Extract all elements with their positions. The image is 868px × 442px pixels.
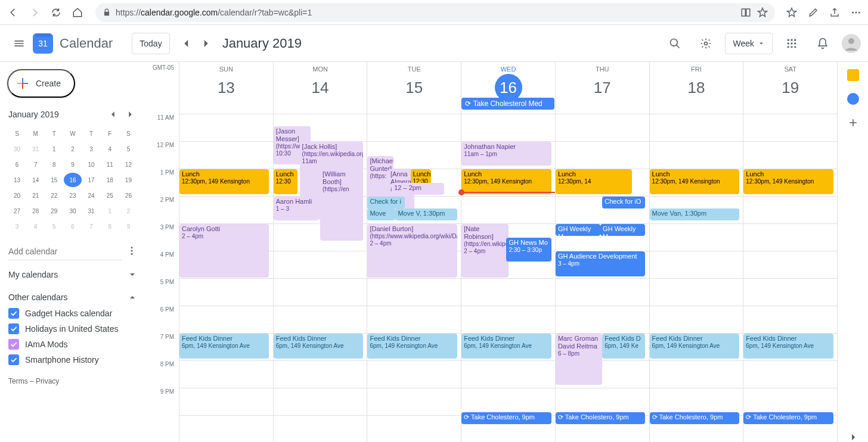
mini-cal-day[interactable]: 16 [64, 173, 81, 187]
add-calendar-more-button[interactable] [126, 245, 137, 259]
mini-cal-day[interactable]: 5 [120, 142, 137, 156]
calendar-item[interactable]: Gadget Hacks calendar [8, 306, 137, 321]
account-avatar[interactable] [842, 34, 861, 53]
calendar-event[interactable]: Check for i [367, 197, 405, 208]
mini-cal-day[interactable]: 11 [101, 157, 119, 172]
mini-cal-day[interactable]: 12 [120, 157, 137, 172]
mini-cal-day[interactable]: 23 [64, 188, 81, 203]
calendar-event[interactable]: Marc Groman David Reitma6 – 8pm [556, 334, 602, 385]
mini-cal-day[interactable]: 7 [83, 219, 100, 234]
calendar-event[interactable]: ⟳ Take Cholestero, 9pm [461, 412, 551, 424]
mini-cal-day[interactable]: 9 [64, 157, 81, 172]
calendar-event[interactable]: Feed Kids Dinner6pm, 149 Kensington Ave [461, 334, 551, 359]
calendar-event[interactable]: ⟳ Take Cholestero, 9pm [743, 412, 833, 424]
mini-cal-day[interactable]: 30 [64, 204, 81, 218]
mini-cal-day[interactable]: 3 [83, 142, 100, 156]
calendar-checkbox[interactable] [8, 308, 19, 319]
mini-cal-day[interactable]: 9 [120, 219, 137, 234]
mini-cal-day[interactable]: 4 [101, 142, 119, 156]
create-button[interactable]: Create [7, 69, 75, 98]
calendar-logo[interactable]: 31 [31, 32, 55, 55]
calendar-event[interactable]: Lunch12:30pm, 149 Kensington [650, 169, 739, 194]
calendar-event[interactable]: 12 – 2pm [392, 183, 444, 195]
mini-cal-day[interactable]: 14 [27, 173, 44, 187]
mini-prev-button[interactable] [106, 107, 120, 122]
apps-button[interactable] [780, 32, 804, 55]
mini-cal-day[interactable]: 1 [101, 204, 119, 218]
mini-cal-day[interactable]: 15 [45, 173, 63, 187]
edit-icon[interactable] [806, 5, 820, 20]
tasks-icon[interactable] [847, 93, 859, 105]
calendar-event[interactable]: Feed Kids Dinner6pm, 149 Kensington Ave [274, 334, 363, 359]
keep-icon[interactable] [847, 69, 859, 81]
calendar-event[interactable]: ⟳ Take Cholestero, 9pm [556, 412, 645, 424]
calendar-event[interactable]: Lunch12:30pm, 149 Kensington [461, 169, 551, 194]
address-bar[interactable]: https://calendar.google.com/calendar/r?t… [95, 3, 775, 22]
reload-button[interactable] [48, 4, 64, 21]
mini-cal-day[interactable]: 5 [45, 219, 63, 234]
view-selector[interactable]: Week [725, 33, 773, 54]
calendar-event[interactable]: Check for iO [602, 197, 645, 208]
mini-cal-day[interactable]: 1 [45, 142, 63, 156]
other-calendars-toggle[interactable]: Other calendars [8, 292, 137, 302]
mini-cal-day[interactable]: 17 [83, 173, 100, 187]
calendar-event[interactable]: Move [367, 208, 395, 220]
mini-cal-day[interactable]: 31 [83, 204, 100, 218]
calendar-event[interactable]: Carolyn Gotti2 – 4pm [179, 224, 269, 278]
mini-cal-day[interactable]: 29 [45, 204, 63, 218]
mini-cal-day[interactable]: 2 [120, 204, 137, 218]
calendar-item[interactable]: Holidays in United States [8, 321, 137, 337]
mini-cal-day[interactable]: 4 [27, 219, 44, 234]
mini-cal-day[interactable]: 6 [8, 157, 26, 172]
mini-cal-day[interactable]: 25 [101, 188, 119, 203]
mini-cal-day[interactable]: 28 [27, 204, 44, 218]
calendar-item[interactable]: IAmA Mods [8, 337, 137, 352]
star-icon[interactable] [757, 7, 768, 18]
mini-cal-day[interactable]: 30 [8, 142, 26, 156]
search-button[interactable] [663, 32, 687, 55]
mini-cal-day[interactable]: 27 [8, 204, 26, 218]
mini-cal-day[interactable]: 18 [101, 173, 119, 187]
my-calendars-toggle[interactable]: My calendars [8, 270, 137, 279]
mini-cal-day[interactable]: 10 [83, 157, 100, 172]
next-period-button[interactable] [196, 34, 215, 53]
mini-next-button[interactable] [123, 107, 137, 122]
notifications-button[interactable] [811, 32, 835, 55]
calendar-checkbox[interactable] [8, 354, 19, 365]
mini-cal-day[interactable]: 22 [45, 188, 63, 203]
collapse-panel-icon[interactable] [848, 432, 858, 442]
privacy-link[interactable]: Privacy [36, 377, 59, 385]
mini-cal-day[interactable]: 19 [120, 173, 137, 187]
home-button[interactable] [69, 4, 86, 21]
calendar-event[interactable]: Lunch12:30pm, 14 [556, 169, 633, 194]
calendar-event[interactable]: GH Audience Development3 – 4pm [556, 251, 645, 276]
calendar-checkbox[interactable] [8, 323, 19, 334]
mini-cal-day[interactable]: 21 [27, 188, 44, 203]
mini-cal-day[interactable]: 7 [27, 157, 44, 172]
mini-cal-day[interactable]: 3 [8, 219, 26, 234]
calendar-event[interactable]: ⟳ Take Cholestero, 9pm [650, 412, 739, 424]
calendar-event[interactable]: Feed Kids Dinner6pm, 149 Kensington Ave [367, 334, 457, 359]
calendar-event[interactable]: [Nate Robinson](https://en.wikipedia.org… [461, 224, 508, 278]
mini-cal-day[interactable]: 13 [8, 173, 26, 187]
add-calendar-input[interactable] [8, 243, 122, 260]
calendar-event[interactable]: Aaron Hamli1 – 3 [274, 197, 318, 220]
add-addon-icon[interactable] [847, 117, 859, 129]
calendar-event[interactable]: Feed Kids Dinner6pm, 149 Kensington Ave [650, 334, 739, 359]
calendar-event[interactable]: Feed Kids D6pm, 149 Ke [602, 334, 645, 359]
mini-cal-day[interactable]: 24 [83, 188, 100, 203]
calendar-item[interactable]: Smartphone History [8, 352, 137, 368]
calendar-event[interactable]: GH News Mo2:30 – 3:30p [506, 238, 551, 262]
more-icon[interactable] [849, 5, 863, 20]
calendar-event[interactable]: [Daniel Burton](https://www.wikipedia.or… [367, 224, 457, 278]
calendar-event[interactable]: Johnathan Napier11am – 1pm [461, 142, 551, 166]
calendar-event[interactable]: Feed Kids Dinner6pm, 149 Kensington Ave [743, 334, 833, 359]
settings-button[interactable] [694, 32, 718, 55]
mini-cal-day[interactable]: 2 [64, 142, 81, 156]
calendar-event[interactable]: GH Weekly M [556, 224, 600, 236]
forward-button[interactable] [26, 4, 43, 21]
calendar-event[interactable]: Feed Kids Dinner6pm, 149 Kensington Ave [179, 334, 269, 359]
back-button[interactable] [5, 4, 21, 21]
prev-period-button[interactable] [177, 34, 196, 53]
calendar-event[interactable]: Lunch12:30pm, 149 Kensington [179, 169, 269, 194]
